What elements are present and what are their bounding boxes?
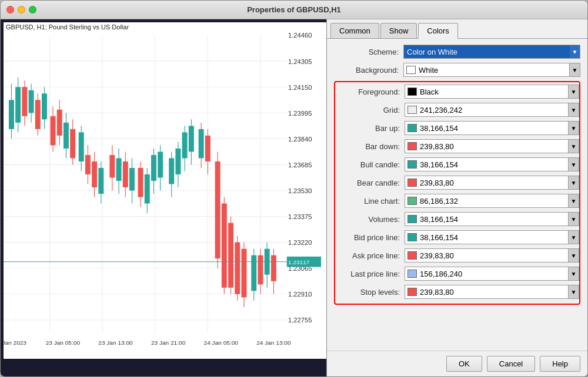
- svg-rect-72: [158, 152, 163, 177]
- bull-candle-arrow: ▼: [568, 158, 579, 171]
- bar-up-row: Bar up: 38,166,154 ▼: [335, 121, 579, 135]
- line-chart-arrow: ▼: [568, 194, 579, 207]
- svg-text:1.22910: 1.22910: [288, 291, 312, 298]
- last-price-control: 156,186,240 ▼: [405, 267, 579, 281]
- bar-up-arrow: ▼: [568, 122, 579, 134]
- svg-rect-78: [182, 132, 188, 158]
- right-panel: Common Show Colors Scheme: Color on Whit…: [327, 19, 587, 376]
- svg-rect-44: [57, 110, 62, 136]
- svg-rect-76: [175, 149, 181, 174]
- svg-rect-80: [189, 126, 194, 152]
- svg-rect-32: [15, 87, 21, 123]
- svg-rect-48: [70, 129, 75, 159]
- bull-candle-row: Bull candle: 38,166,154 ▼: [335, 157, 579, 171]
- last-price-arrow: ▼: [568, 267, 579, 280]
- main-content: GBPUSD, H1: Pound Sterling vs US Dollar: [1, 19, 587, 376]
- bar-down-label: Bar down:: [335, 142, 400, 151]
- foreground-label: Foreground:: [335, 87, 400, 96]
- grid-row: Grid: 241,236,242 ▼: [335, 103, 579, 117]
- svg-rect-52: [85, 155, 91, 174]
- last-price-select[interactable]: 156,186,240 ▼: [405, 267, 579, 281]
- svg-rect-66: [138, 168, 143, 197]
- ask-price-control: 239,83,80 ▼: [405, 248, 579, 262]
- svg-text:23 Jan 13:00: 23 Jan 13:00: [98, 339, 133, 346]
- svg-rect-98: [258, 255, 263, 285]
- stop-levels-value: 239,83,80: [420, 288, 454, 297]
- svg-rect-92: [235, 243, 240, 294]
- chart-title: GBPUSD, H1: Pound Sterling vs US Dollar: [6, 23, 129, 31]
- line-chart-label: Line chart:: [335, 197, 400, 206]
- svg-text:1.23375: 1.23375: [288, 213, 312, 220]
- scheme-label: Scheme:: [334, 48, 399, 56]
- svg-rect-82: [199, 129, 204, 159]
- ask-price-arrow: ▼: [568, 249, 579, 262]
- svg-rect-40: [42, 93, 47, 119]
- svg-rect-68: [145, 174, 150, 204]
- svg-rect-64: [129, 168, 135, 191]
- svg-rect-90: [228, 223, 233, 288]
- tab-common[interactable]: Common: [330, 23, 379, 38]
- ask-price-value: 239,83,80: [420, 251, 454, 260]
- volumes-select[interactable]: 38,166,154 ▼: [405, 212, 579, 226]
- minimize-button[interactable]: [18, 6, 25, 14]
- last-price-label: Last price line:: [335, 270, 400, 278]
- help-button[interactable]: Help: [540, 356, 580, 372]
- ask-price-select[interactable]: 239,83,80 ▼: [405, 248, 579, 262]
- tab-show[interactable]: Show: [380, 23, 417, 38]
- foreground-select[interactable]: Black ▼: [405, 85, 579, 99]
- ok-button[interactable]: OK: [446, 356, 482, 372]
- bull-candle-select[interactable]: 38,166,154 ▼: [405, 157, 579, 171]
- svg-rect-94: [241, 249, 246, 298]
- title-bar: Properties of GBPUSD,H1: [1, 1, 587, 19]
- svg-text:24 Jan 05:00: 24 Jan 05:00: [204, 339, 239, 346]
- svg-text:23 Jan 21:00: 23 Jan 21:00: [151, 339, 186, 346]
- volumes-value: 38,166,154: [420, 215, 458, 224]
- bear-candle-select[interactable]: 239,83,80 ▼: [405, 176, 579, 190]
- bear-candle-row: Bear candle: 239,83,80 ▼: [335, 176, 579, 190]
- bid-price-label: Bid price line:: [335, 233, 400, 242]
- bar-down-value: 239,83,80: [420, 142, 454, 151]
- stop-levels-swatch: [407, 288, 417, 296]
- foreground-row: Foreground: Black ▼: [335, 85, 579, 99]
- bar-down-arrow: ▼: [568, 140, 579, 153]
- tab-colors[interactable]: Colors: [418, 23, 458, 39]
- svg-text:1.24460: 1.24460: [288, 32, 312, 39]
- scheme-arrow: ▼: [569, 45, 580, 58]
- outlined-section: Foreground: Black ▼ Grid:: [334, 81, 580, 305]
- scheme-select[interactable]: Color on White ▼: [403, 45, 580, 59]
- background-row: Background: White ▼: [334, 63, 580, 77]
- svg-rect-102: [271, 255, 276, 281]
- grid-select[interactable]: 241,236,242 ▼: [405, 103, 579, 117]
- svg-text:1.23685: 1.23685: [288, 161, 312, 169]
- bar-up-control: 38,166,154 ▼: [405, 121, 579, 135]
- svg-text:1.22755: 1.22755: [288, 317, 312, 324]
- bear-candle-value: 239,83,80: [420, 179, 454, 187]
- stop-levels-select[interactable]: 239,83,80 ▼: [405, 285, 579, 299]
- tab-bar: Common Show Colors: [327, 19, 587, 39]
- svg-text:24 Jan 13:00: 24 Jan 13:00: [256, 339, 291, 346]
- bid-price-swatch: [407, 233, 417, 241]
- properties-dialog: Properties of GBPUSD,H1 GBPUSD, H1: Poun…: [0, 0, 588, 377]
- window-controls: [6, 6, 36, 14]
- stop-levels-control: 239,83,80 ▼: [405, 285, 579, 299]
- maximize-button[interactable]: [29, 6, 36, 14]
- svg-text:1.24150: 1.24150: [288, 84, 312, 91]
- bar-up-label: Bar up:: [335, 124, 400, 133]
- svg-text:20 Jan 2023: 20 Jan 2023: [4, 339, 26, 346]
- background-select[interactable]: White ▼: [403, 63, 580, 77]
- bid-price-value: 38,166,154: [420, 233, 458, 242]
- bid-price-select[interactable]: 38,166,154 ▼: [405, 230, 579, 244]
- line-chart-select[interactable]: 86,186,132 ▼: [405, 194, 579, 208]
- stop-levels-row: Stop levels: 239,83,80 ▼: [335, 285, 579, 299]
- bid-price-arrow: ▼: [568, 231, 579, 244]
- svg-rect-38: [35, 100, 41, 129]
- bar-down-select[interactable]: 239,83,80 ▼: [405, 139, 579, 153]
- last-price-row: Last price line: 156,186,240 ▼: [335, 267, 579, 281]
- volumes-label: Volumes:: [335, 215, 400, 224]
- bar-up-select[interactable]: 38,166,154 ▼: [405, 121, 579, 135]
- cancel-button[interactable]: Cancel: [487, 356, 535, 372]
- bull-candle-value: 38,166,154: [420, 160, 458, 169]
- bear-candle-swatch: [407, 179, 417, 187]
- svg-rect-56: [98, 168, 103, 194]
- close-button[interactable]: [6, 6, 14, 14]
